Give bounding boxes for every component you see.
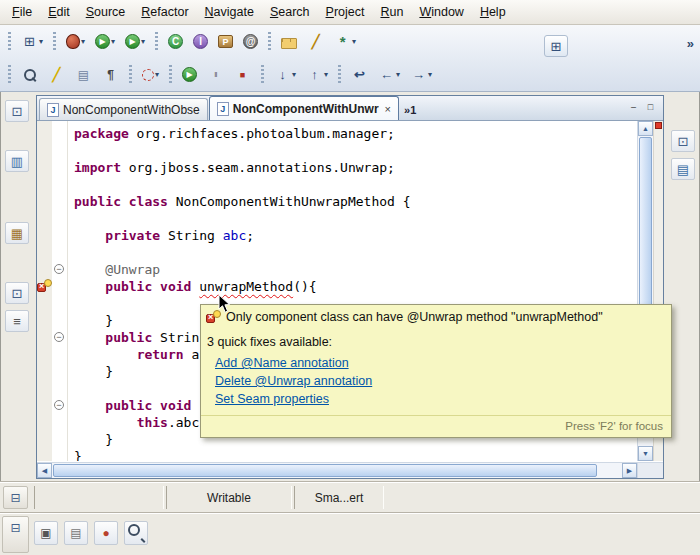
menu-item-project[interactable]: Project (318, 2, 373, 22)
editor-tab[interactable]: JNonComponentWithObse (39, 98, 208, 120)
scroll-left-button[interactable]: ◀ (37, 463, 52, 478)
code-line[interactable]: @Unwrap (74, 261, 636, 278)
code-token: org.richfaces.photoalbum.manager; (129, 126, 395, 141)
highlight-button[interactable]: ╱ (45, 65, 68, 85)
perspective-icon: ⊞ (551, 39, 562, 54)
quickfix-link[interactable]: Add @Name annotation (215, 356, 349, 370)
web-projects-view-button[interactable]: ▥ (5, 150, 29, 172)
scroll-up-button[interactable]: ▲ (638, 121, 653, 136)
code-token: abc (223, 228, 246, 243)
format-source-button[interactable]: ▤ (72, 65, 95, 85)
toolbar-grip (53, 32, 56, 52)
new-web-service-button[interactable]: *▾ (331, 32, 359, 52)
fold-collapse-icon[interactable]: − (54, 264, 64, 274)
toolbar-overflow-button[interactable]: » (687, 36, 694, 51)
quickfix-link[interactable]: Set Seam properties (215, 392, 329, 406)
new-package-button[interactable]: P (215, 33, 236, 50)
horizontal-scrollbar[interactable]: ◀ ▶ (37, 462, 637, 478)
show-whitespace-button[interactable]: ¶ (99, 65, 122, 85)
launch-button[interactable]: ▶ (179, 65, 200, 84)
fold-collapse-icon[interactable]: − (54, 400, 64, 410)
new-annotation-button[interactable]: @ (240, 32, 261, 51)
external-tools-button[interactable]: ▶▾ (122, 32, 148, 51)
toolbar-grip (155, 32, 158, 52)
code-line[interactable]: import org.jboss.seam.annotations.Unwrap… (74, 159, 636, 176)
prev-annotation-button[interactable]: ↑▾ (303, 65, 331, 85)
restore-view-button[interactable]: ⊡ (5, 100, 29, 122)
back-button[interactable]: ←▾ (375, 65, 403, 85)
edit-source-button[interactable]: ╱ (304, 32, 327, 52)
open-perspective-button[interactable]: ⊞ (544, 35, 568, 57)
code-line[interactable]: } (74, 448, 636, 461)
scrollbar-corner (637, 462, 663, 478)
quickfix-list: Add @Name annotationDelete @Unwrap annot… (201, 349, 671, 406)
menu-item-run[interactable]: Run (372, 2, 411, 22)
overview-error-marker[interactable] (655, 122, 662, 129)
tab-overflow-button[interactable]: »1 (404, 104, 416, 116)
outline-view-button[interactable]: ≡ (5, 310, 29, 332)
format-source-icon: ▤ (75, 67, 92, 83)
maximize-editor-button[interactable]: □ (643, 100, 658, 114)
new-wizard-button[interactable]: ⊞▾ (18, 32, 46, 52)
editor-tab[interactable]: JNonComponentWithUnwr× (209, 96, 399, 120)
open-type-button[interactable] (278, 33, 300, 51)
status-bar: ⊟ Writable Sma...ert (0, 481, 700, 512)
package-explorer-view-button[interactable]: ▦ (5, 222, 29, 244)
last-edit-location-button[interactable]: ↩ (348, 65, 371, 85)
code-token: a (184, 347, 200, 362)
menu-item-window[interactable]: Window (411, 2, 471, 22)
terminate-button[interactable]: ■ (231, 65, 254, 85)
code-line[interactable]: public class NonComponentWithUnwrapMetho… (74, 193, 636, 210)
fold-collapse-icon[interactable]: − (54, 332, 64, 342)
toolbar-grip (268, 32, 271, 52)
quickfix-popup: Only component class can have @Unwrap me… (200, 304, 672, 438)
horizontal-scrollbar-thumb[interactable] (53, 464, 597, 477)
code-line[interactable] (74, 142, 636, 159)
code-line[interactable]: public void unwrapMethod(){ (74, 278, 636, 295)
quickfix-link[interactable]: Delete @Unwrap annotation (215, 374, 372, 388)
trim-restore-button[interactable]: ⊟ (3, 486, 28, 509)
dropdown-arrow-icon: ▾ (324, 70, 328, 79)
new-class-button[interactable]: C (165, 32, 186, 51)
code-token: public (105, 330, 152, 345)
tab-close-icon[interactable]: × (385, 103, 391, 115)
outline-view-button[interactable]: ▤ (671, 158, 695, 180)
fast-view-button[interactable]: ⊟ (2, 516, 29, 553)
search-button[interactable] (18, 65, 41, 85)
fold-ruler[interactable]: −−− (52, 121, 68, 461)
code-line[interactable] (74, 176, 636, 193)
restore-view-2-button[interactable]: ⊡ (5, 282, 29, 304)
code-line[interactable]: package org.richfaces.photoalbum.manager… (74, 125, 636, 142)
code-line[interactable] (74, 244, 636, 261)
code-line[interactable] (74, 210, 636, 227)
debug-button[interactable]: ▾ (63, 32, 88, 51)
mark-occurrences-button[interactable]: ▾ (139, 67, 162, 83)
menu-item-search[interactable]: Search (262, 2, 318, 22)
java-file-icon: J (47, 103, 59, 117)
menu-item-source[interactable]: Source (78, 2, 134, 22)
scroll-down-button[interactable]: ▼ (638, 446, 653, 461)
search-view-button[interactable] (124, 521, 148, 545)
run-button[interactable]: ▶▾ (92, 32, 118, 51)
pause-icon: ‖ (207, 67, 224, 83)
next-annotation-button[interactable]: ↓▾ (271, 65, 299, 85)
problems-view-button[interactable]: ▤ (64, 521, 88, 545)
menu-item-edit[interactable]: Edit (40, 2, 78, 22)
menu-item-help[interactable]: Help (472, 2, 514, 22)
console-view-button[interactable]: ▣ (34, 521, 58, 545)
code-line[interactable]: private String abc; (74, 227, 636, 244)
menu-item-refactor[interactable]: Refactor (133, 2, 196, 22)
new-interface-button[interactable]: I (190, 32, 211, 51)
restore-view-button[interactable]: ⊡ (671, 130, 695, 152)
forward-button[interactable]: →▾ (407, 65, 435, 85)
scroll-right-button[interactable]: ▶ (622, 463, 637, 478)
pause-button[interactable]: ‖ (204, 65, 227, 85)
status-insert-mode: Sma...ert (294, 486, 384, 509)
code-token: public (105, 279, 152, 294)
code-token (74, 262, 105, 277)
menu-item-navigate[interactable]: Navigate (197, 2, 262, 22)
minimize-editor-button[interactable]: – (626, 100, 641, 114)
annotation-ruler[interactable] (37, 121, 52, 461)
server-view-button[interactable]: ● (94, 521, 118, 545)
menu-item-file[interactable]: File (4, 2, 40, 22)
